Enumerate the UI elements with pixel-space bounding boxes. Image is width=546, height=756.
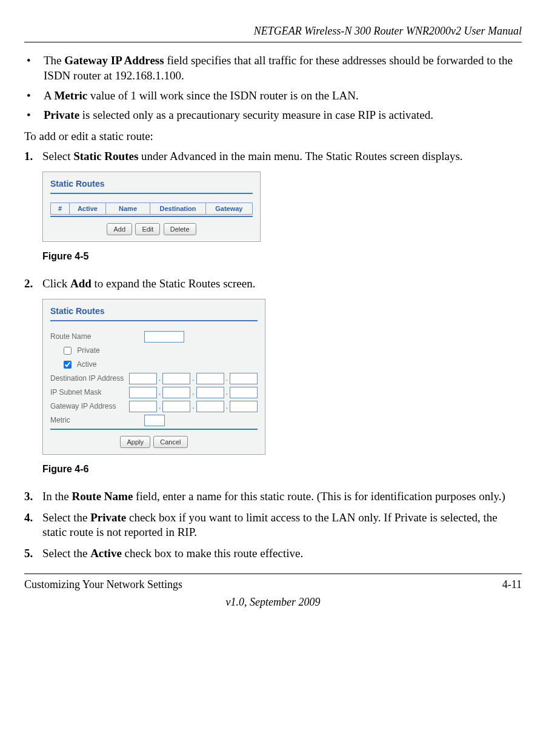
footer-right: 4-11	[502, 578, 522, 592]
subnet-mask-label: IP Subnet Mask	[50, 388, 129, 398]
delete-button[interactable]: Delete	[164, 223, 196, 235]
dot-icon: .	[224, 374, 230, 384]
bold-text: Metric	[54, 89, 87, 102]
footer-left: Customizing Your Network Settings	[24, 578, 182, 592]
bold-text: Static Routes	[73, 150, 138, 162]
dest-ip-octet-1[interactable]	[129, 373, 157, 384]
bullet-text: The Gateway IP Address field specifies t…	[44, 53, 522, 83]
divider	[50, 320, 258, 321]
step-number: 2.	[24, 276, 42, 292]
step-text: Select Static Routes under Advanced in t…	[42, 149, 522, 164]
step-text: Select the Active check box to make this…	[42, 546, 522, 561]
routes-table: # Active Name Destination Gateway	[50, 202, 253, 215]
gw-octet-2[interactable]	[162, 401, 190, 412]
private-label: Private	[77, 346, 99, 355]
dest-ip-octet-4[interactable]	[230, 373, 258, 384]
figure-caption: Figure 4-5	[42, 250, 522, 263]
metric-input[interactable]	[144, 415, 165, 426]
text: Select the	[42, 547, 90, 560]
col-name: Name	[105, 202, 150, 214]
table-header-row: # Active Name Destination Gateway	[51, 202, 253, 214]
button-row: Apply Cancel	[50, 436, 258, 448]
step-number: 3.	[24, 489, 42, 504]
gateway-ip-label: Gateway IP Address	[50, 402, 129, 412]
bullet-marker: •	[24, 89, 44, 104]
figure-caption: Figure 4-6	[42, 463, 522, 476]
step-number: 1.	[24, 149, 42, 164]
private-label-wrap: Private	[50, 345, 100, 356]
bullet-item: • A Metric value of 1 will work since th…	[24, 89, 522, 104]
list-item: 1. Select Static Routes under Advanced i…	[24, 149, 522, 164]
metric-label: Metric	[50, 416, 144, 426]
edit-button[interactable]: Edit	[135, 223, 160, 235]
step-text: Click Add to expand the Static Routes sc…	[42, 276, 522, 292]
gw-octet-1[interactable]	[129, 401, 157, 412]
step-number: 4.	[24, 510, 42, 540]
bold-text: Private	[44, 109, 79, 121]
dest-ip-octet-2[interactable]	[162, 373, 190, 384]
text: A	[44, 89, 54, 102]
page-header: NETGEAR Wireless-N 300 Router WNR2000v2 …	[24, 24, 522, 42]
step-text: Select the Private check box if you want…	[42, 510, 522, 540]
col-destination: Destination	[150, 202, 205, 214]
dot-icon: .	[157, 402, 162, 412]
list-item: 4. Select the Private check box if you w…	[24, 510, 522, 540]
apply-button[interactable]: Apply	[120, 436, 150, 448]
route-name-row: Route Name	[50, 330, 258, 344]
active-label-wrap: Active	[50, 359, 96, 370]
dot-icon: .	[224, 402, 230, 412]
dest-ip-octet-3[interactable]	[196, 373, 224, 384]
route-name-label: Route Name	[50, 332, 144, 342]
dest-ip-label: Destination IP Address	[50, 374, 129, 384]
col-active: Active	[69, 202, 105, 214]
mask-octet-3[interactable]	[196, 387, 224, 398]
metric-row: Metric	[50, 413, 258, 427]
panel-title: Static Routes	[50, 178, 253, 189]
gw-octet-3[interactable]	[196, 401, 224, 412]
text: Select	[42, 150, 73, 162]
text: value of 1 will work since the ISDN rout…	[87, 89, 358, 102]
list-item: 3. In the Route Name field, enter a name…	[24, 489, 522, 504]
text: under Advanced in the main menu. The Sta…	[138, 150, 462, 162]
private-row: Private	[50, 344, 258, 358]
static-routes-panel: Static Routes # Active Name Destination …	[42, 172, 261, 243]
mask-octet-4[interactable]	[230, 387, 258, 398]
step-number: 5.	[24, 546, 42, 561]
page-footer: Customizing Your Network Settings 4-11	[24, 574, 522, 592]
dot-icon: .	[190, 374, 196, 384]
step-text: In the Route Name field, enter a name fo…	[42, 489, 522, 504]
divider	[50, 193, 253, 194]
text: Click	[42, 277, 70, 290]
bold-text: Route Name	[72, 490, 133, 503]
active-label: Active	[77, 360, 97, 369]
bold-text: Gateway IP Address	[64, 54, 164, 67]
bullet-text: A Metric value of 1 will work since the …	[44, 89, 522, 104]
mask-octet-2[interactable]	[162, 387, 190, 398]
bullet-item: • Private is selected only as a precauti…	[24, 108, 522, 123]
body-text: To add or edit a static route:	[24, 129, 522, 144]
figure-4-6: Static Routes Route Name Private Active …	[42, 299, 522, 455]
gw-octet-4[interactable]	[230, 401, 258, 412]
bullet-marker: •	[24, 108, 44, 123]
list-item: 2. Click Add to expand the Static Routes…	[24, 276, 522, 292]
static-routes-form-panel: Static Routes Route Name Private Active …	[42, 299, 265, 455]
private-checkbox[interactable]	[64, 347, 72, 355]
footer-center: v1.0, September 2009	[24, 595, 522, 609]
text: is selected only as a precautionary secu…	[79, 109, 433, 121]
add-button[interactable]: Add	[107, 223, 132, 235]
text: Select the	[42, 511, 90, 524]
divider	[50, 216, 253, 217]
bullet-list: • The Gateway IP Address field specifies…	[24, 53, 522, 123]
dot-icon: .	[190, 388, 196, 398]
ordered-list: 3. In the Route Name field, enter a name…	[24, 489, 522, 561]
route-name-input[interactable]	[144, 331, 184, 343]
bold-text: Private	[90, 511, 126, 524]
text: field, enter a name for this static rout…	[133, 490, 505, 503]
subnet-mask-row: IP Subnet Mask . . .	[50, 386, 258, 400]
button-row: Add Edit Delete	[50, 223, 253, 235]
cancel-button[interactable]: Cancel	[153, 436, 187, 448]
dot-icon: .	[157, 388, 162, 398]
mask-octet-1[interactable]	[129, 387, 157, 398]
text: check box to make this route effective.	[122, 547, 303, 560]
active-checkbox[interactable]	[64, 361, 72, 369]
